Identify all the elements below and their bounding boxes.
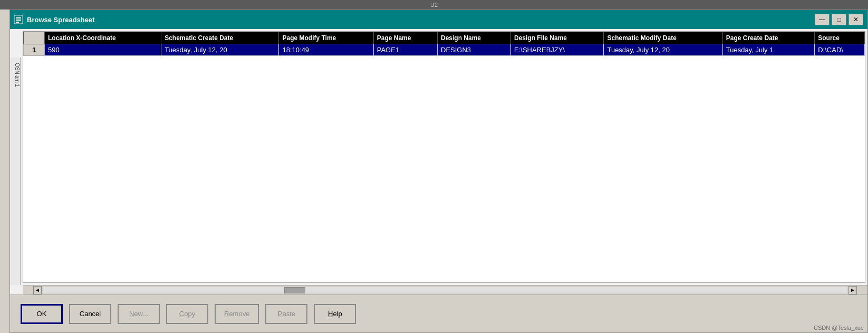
cell-location-x: 590 [45, 44, 161, 56]
col-header-rownum [24, 32, 45, 44]
close-button[interactable]: ✕ [848, 14, 863, 25]
help-button-label: Help [328, 310, 342, 318]
cell-schematic-modify-date: Tuesday, July 12, 20 [604, 44, 722, 56]
svg-rect-2 [16, 20, 21, 21]
ok-button[interactable]: OK [21, 304, 63, 324]
title-bar: Browse Spreadsheet — □ ✕ [10, 10, 867, 29]
left-panel-text-2: am [10, 75, 20, 83]
cell-page-create-date: Tuesday, July 1 [722, 44, 814, 56]
scroll-thumb[interactable] [284, 287, 305, 293]
col-header-design-file-name: Design File Name [511, 32, 604, 44]
paste-button[interactable]: Paste [265, 304, 307, 324]
spreadsheet[interactable]: Location X-Coordinate Schematic Create D… [23, 32, 865, 282]
button-bar: OK Cancel New... Copy Remove Paste Help [10, 294, 867, 332]
table-header: Location X-Coordinate Schematic Create D… [24, 32, 865, 44]
table-row[interactable]: 1 590 Tuesday, July 12, 20 18:10:49 PAGE… [24, 44, 865, 56]
cell-page-name: PAGE1 [373, 44, 437, 56]
table-body: 1 590 Tuesday, July 12, 20 18:10:49 PAGE… [24, 44, 865, 56]
window-title: Browse Spreadsheet [27, 16, 815, 24]
cancel-button[interactable]: Cancel [69, 304, 111, 324]
cell-schematic-create-date: Tuesday, July 12, 20 [161, 44, 279, 56]
cell-source: D:\CAD\ [815, 44, 865, 56]
minimize-button[interactable]: — [815, 14, 830, 25]
watermark: CSDN @Tesla_xue [814, 325, 864, 331]
window-icon [14, 15, 23, 24]
copy-button-label: Copy [179, 310, 195, 318]
left-panel: OSN am 1 [10, 58, 21, 285]
svg-rect-3 [16, 22, 19, 23]
new-button[interactable]: New... [118, 304, 160, 324]
scroll-track[interactable] [43, 287, 847, 293]
cell-design-file-name: E:\SHAREBJZY\ [511, 44, 604, 56]
col-header-page-modify-time: Page Modify Time [279, 32, 373, 44]
help-button[interactable]: Help [314, 304, 356, 324]
col-header-page-create-date: Page Create Date [722, 32, 814, 44]
col-header-source: Source [815, 32, 865, 44]
data-table: Location X-Coordinate Schematic Create D… [23, 32, 865, 56]
left-panel-text-3: 1 [10, 84, 20, 87]
maximize-button[interactable]: □ [832, 14, 846, 25]
left-panel-text-1: OSN [10, 63, 20, 74]
scroll-right-button[interactable]: ► [848, 286, 857, 294]
remove-button[interactable]: Remove [215, 304, 259, 324]
col-header-schematic-modify-date: Schematic Modify Date [604, 32, 722, 44]
window-controls: — □ ✕ [815, 14, 863, 25]
copy-button[interactable]: Copy [166, 304, 208, 324]
col-header-schematic-create-date: Schematic Create Date [161, 32, 279, 44]
cell-page-modify-time: 18:10:49 [279, 44, 373, 56]
top-bar: U2 [0, 0, 868, 9]
paste-button-label: Paste [278, 310, 295, 318]
spreadsheet-wrapper[interactable]: Location X-Coordinate Schematic Create D… [23, 31, 865, 283]
browse-spreadsheet-window: Browse Spreadsheet — □ ✕ OSN am 1 Locati… [9, 9, 868, 333]
new-button-label: New... [129, 310, 148, 318]
scroll-left-button[interactable]: ◄ [33, 286, 42, 294]
svg-rect-1 [16, 17, 21, 18]
col-header-page-name: Page Name [373, 32, 437, 44]
content-area: OSN am 1 Location X-Coordinate Schematic… [10, 29, 867, 332]
cell-design-name: DESIGN3 [438, 44, 511, 56]
horizontal-scrollbar[interactable]: ◄ ► [23, 285, 867, 294]
top-bar-label: U2 [430, 2, 438, 8]
col-header-design-name: Design Name [438, 32, 511, 44]
cell-row-num: 1 [24, 44, 45, 56]
remove-button-label: Remove [224, 310, 249, 318]
col-header-location-x: Location X-Coordinate [45, 32, 161, 44]
